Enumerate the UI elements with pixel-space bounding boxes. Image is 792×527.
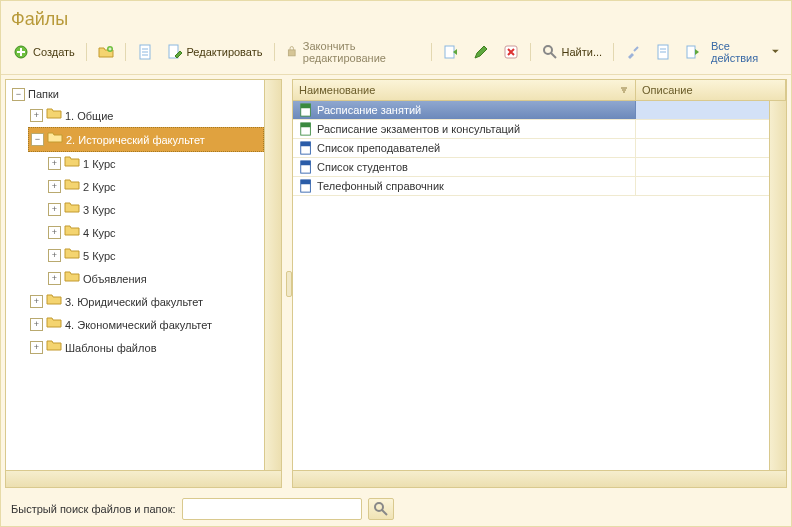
search-icon <box>542 44 558 60</box>
file-desc <box>636 158 769 176</box>
pencil-icon <box>473 44 489 60</box>
folder-icon <box>47 129 63 150</box>
svg-rect-4 <box>289 50 296 56</box>
expand-icon[interactable]: + <box>48 203 61 216</box>
col-desc-label: Описание <box>642 84 693 96</box>
col-name-header[interactable]: Наименование <box>293 80 636 100</box>
folder-icon <box>64 153 80 174</box>
svg-rect-15 <box>301 142 311 146</box>
tool1-button[interactable] <box>619 40 647 64</box>
table-row[interactable]: Список преподавателей <box>293 139 769 158</box>
expand-icon[interactable]: + <box>30 295 43 308</box>
tree-item-label: 1 Курс <box>83 155 116 173</box>
tree-item[interactable]: +3. Юридический факультет <box>28 290 264 313</box>
tree-item[interactable]: +Шаблоны файлов <box>28 336 264 359</box>
table-row[interactable]: Список студентов <box>293 158 769 177</box>
page-icon <box>137 44 153 60</box>
finish-edit-label: Закончить редактирование <box>303 40 420 64</box>
tree-item[interactable]: +Объявления <box>46 267 264 290</box>
svg-rect-17 <box>301 161 311 165</box>
grid-body[interactable]: Расписание занятийРасписание экзаментов … <box>293 101 769 470</box>
svg-rect-11 <box>301 104 311 108</box>
folder-tree[interactable]: − Папки +1. Общие−2. Исторический факуль… <box>6 80 264 470</box>
doc-file-icon <box>299 160 313 174</box>
find-button[interactable]: Найти... <box>536 40 609 64</box>
table-row[interactable]: Телефонный справочник <box>293 177 769 196</box>
expand-icon[interactable]: + <box>30 109 43 122</box>
horizontal-scrollbar[interactable] <box>6 470 281 487</box>
tree-root-label: Папки <box>28 85 59 103</box>
separator <box>530 43 531 61</box>
chevron-down-icon <box>772 48 779 56</box>
tree-item-label: 5 Курс <box>83 247 116 265</box>
expand-icon[interactable]: + <box>30 341 43 354</box>
table-row[interactable]: Расписание занятий <box>293 101 769 120</box>
col-desc-header[interactable]: Описание <box>636 80 786 100</box>
tree-item[interactable]: +4 Курс <box>46 221 264 244</box>
edit-label: Редактировать <box>187 46 263 58</box>
create-button[interactable]: Создать <box>7 40 81 64</box>
tree-item[interactable]: +1 Курс <box>46 152 264 175</box>
tree-item-label: 3. Юридический факультет <box>65 293 203 311</box>
search-input[interactable] <box>182 498 362 520</box>
tree-item[interactable]: +4. Экономический факультет <box>28 313 264 336</box>
pencil-button[interactable] <box>467 40 495 64</box>
folder-icon <box>64 268 80 289</box>
file-desc <box>636 120 769 138</box>
open-button[interactable] <box>131 40 159 64</box>
expand-icon[interactable]: + <box>48 272 61 285</box>
tree-item-label: 1. Общие <box>65 107 113 125</box>
all-actions-menu[interactable]: Все действия <box>711 40 779 64</box>
page-edit-icon <box>167 44 183 60</box>
separator <box>431 43 432 61</box>
tree-item[interactable]: +5 Курс <box>46 244 264 267</box>
expand-icon[interactable]: + <box>48 180 61 193</box>
tree-item[interactable]: +1. Общие <box>28 104 264 127</box>
import-button[interactable] <box>437 40 465 64</box>
plug-icon <box>625 44 641 60</box>
col-name-label: Наименование <box>299 84 375 96</box>
tree-item-label: 2 Курс <box>83 178 116 196</box>
all-actions-label: Все действия <box>711 40 769 64</box>
file-name: Расписание занятий <box>317 104 421 116</box>
tree-item-label: 4. Экономический факультет <box>65 316 212 334</box>
tree-item-label: 2. Исторический факультет <box>66 131 205 149</box>
grid-header: Наименование Описание <box>293 80 786 101</box>
expand-icon[interactable]: + <box>48 226 61 239</box>
expand-icon[interactable]: + <box>48 249 61 262</box>
files-window: Файлы Создать Редактировать Закончить ре… <box>0 0 792 527</box>
new-folder-button[interactable] <box>92 40 120 64</box>
expand-icon[interactable]: + <box>48 157 61 170</box>
tool2-button[interactable] <box>649 40 677 64</box>
search-label: Быстрый поиск файлов и папок: <box>11 503 176 515</box>
vertical-scrollbar[interactable] <box>264 80 281 470</box>
edit-button[interactable]: Редактировать <box>161 40 269 64</box>
tree-root[interactable]: − Папки <box>10 84 264 104</box>
expand-icon[interactable]: + <box>30 318 43 331</box>
collapse-icon[interactable]: − <box>12 88 25 101</box>
export-icon <box>685 44 701 60</box>
tree-item[interactable]: +3 Курс <box>46 198 264 221</box>
delete-button[interactable] <box>497 40 525 64</box>
svg-rect-19 <box>301 180 311 184</box>
grid-pane: Наименование Описание Расписание занятий… <box>292 79 787 488</box>
collapse-icon[interactable]: − <box>31 133 44 146</box>
toolbar: Создать Редактировать Закончить редактир… <box>1 34 791 75</box>
finish-edit-button[interactable]: Закончить редактирование <box>279 36 426 68</box>
window-title: Файлы <box>1 1 791 34</box>
tool3-button[interactable] <box>679 40 707 64</box>
table-row[interactable]: Расписание экзаментов и консультаций <box>293 120 769 139</box>
import-icon <box>443 44 459 60</box>
tree-item[interactable]: −2. Исторический факультет <box>28 127 264 152</box>
tree-item[interactable]: +2 Курс <box>46 175 264 198</box>
sort-icon <box>619 85 629 95</box>
search-go-button[interactable] <box>368 498 394 520</box>
vertical-scrollbar[interactable] <box>769 101 786 470</box>
file-desc <box>636 177 769 195</box>
folder-icon <box>46 314 62 335</box>
svg-rect-13 <box>301 123 311 127</box>
separator <box>613 43 614 61</box>
file-grid: Наименование Описание Расписание занятий… <box>293 80 786 470</box>
new-folder-icon <box>98 44 114 60</box>
horizontal-scrollbar[interactable] <box>293 470 786 487</box>
